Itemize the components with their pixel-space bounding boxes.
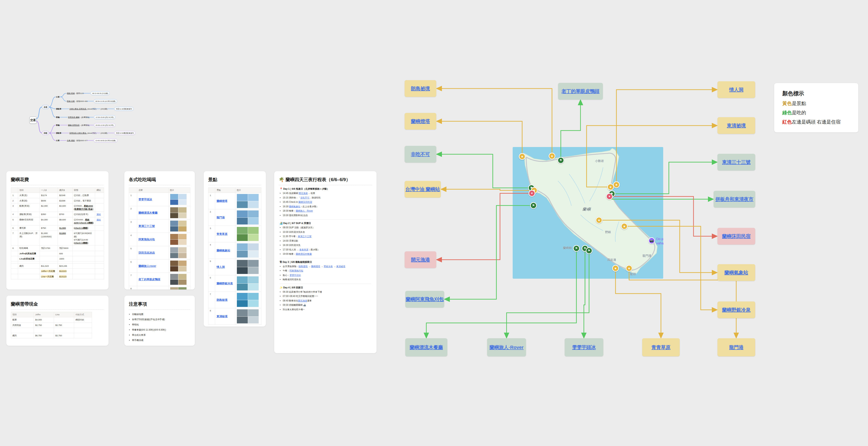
food-name-link[interactable]: 蘭嶼漂流木餐廳 [138,211,158,214]
itinerary-link[interactable]: 東清三十三號 [298,235,311,238]
map-card-food[interactable]: 東清三十三號 [717,154,755,171]
food-flag-marker[interactable]: ⚑ [573,245,580,252]
map-card-spot[interactable]: 蘭嶼野銀冷泉 [717,302,755,318]
mindmap-route-link[interactable]: 台東-桃園 [67,140,75,142]
itinerary-link[interactable]: 非吃不可 [301,197,309,199]
itinerary-link[interactable]: 蘭嶼旅人 · Rover [296,210,313,212]
spot-name-link[interactable]: 情人洞 [217,265,225,269]
itinerary-link[interactable]: 蘭嶼氣象站 [289,205,301,208]
star-marker[interactable]: ★ [612,265,619,272]
map-card-spot[interactable]: 蘭嶼氣象站 [717,264,755,281]
map-card-label[interactable]: 蘭嶼燈塔 [411,118,430,125]
food-flag-marker[interactable]: ⚑ [530,202,537,209]
heart-marker[interactable]: ♥ [528,190,535,197]
itinerary-link[interactable]: 青青草原 [299,248,308,251]
row-number: 5 [209,259,215,275]
expenses-cell-link[interactable]: 連結 [96,213,101,215]
star-marker[interactable]: ★ [549,153,555,160]
expenses-cell: 吃吃喝喝 [18,246,39,251]
map-card-stay[interactable]: 蘭嶼莯田民宿 [717,228,755,245]
map-card-label[interactable]: 老丁的單眼皮鴨頭 [561,88,599,94]
expenses-cell-text: 7 [12,232,13,234]
map-card-spot[interactable]: 青青草原 [642,338,680,356]
spot-name-link[interactable]: 東清秘境 [217,315,227,318]
mindmap-branch-outbound[interactable]: 去程 [42,105,49,109]
itinerary-text: 15:15 買炸物：「 [283,197,301,199]
itinerary-link[interactable]: 蘭嶼漂流木餐廳 [296,253,312,255]
mindmap-route-link[interactable]: 台東火車站-富岡漁港- [69,108,87,110]
map-card-label[interactable]: 東清三十三號 [722,159,751,165]
mindmap-route-link[interactable]: 桃園-樹林 [67,92,75,94]
itinerary-link[interactable]: 開元漁港 [299,192,308,195]
map-card-label[interactable]: 青青草原 [651,344,671,350]
spot-name-link[interactable]: 蘭嶼燈塔 [217,199,227,203]
spot-name-link[interactable]: 蘭嶼氣象站 [217,249,230,252]
map-card-label[interactable]: 蘭嶼野銀冷泉 [722,307,751,313]
map-card-spot[interactable]: 蘭嶼燈塔 [405,113,436,130]
map-card-port[interactable]: 開元漁港 [405,251,436,268]
itinerary-link[interactable]: 東清祕境 [336,265,345,268]
map-card-spot[interactable]: 朗島祕境 [405,80,436,97]
map-card-food[interactable]: 蘭嶼阿東飛魚刈包 [405,291,444,308]
map-canvas[interactable] [513,147,663,279]
itinerary-link[interactable]: 阿東飛魚刈包 [289,269,303,272]
mindmap-route-link[interactable]: 富岡漁港-蘭嶼 [68,116,80,118]
itinerary-link[interactable]: 蘭嶼莯田民宿 [299,201,312,203]
map-card-label[interactable]: 拼板舟和東清夜市 [715,196,753,202]
food-name-link[interactable]: 東清三十三號 [138,225,155,228]
itinerary-link[interactable]: 雯雯芋頭冰 [289,274,301,276]
spot-name-link[interactable]: 朗島秘境 [217,298,227,302]
mindmap-route-link[interactable]: 樹林-台東 [67,100,75,102]
food-name-link[interactable]: 雯雯芋頭冰 [138,198,152,201]
itinerary-link[interactable]: 朗島密境 [299,265,308,268]
mindmap-branch-return[interactable]: 回程 [42,131,49,135]
map-card-spot[interactable]: 東清祕境 [717,117,755,134]
food-name-link[interactable]: 蘭嶼旅人rover [138,265,156,268]
map-card-label[interactable]: 蘭嶼阿東飛魚刈包 [406,296,444,302]
spot-name-link[interactable]: 龍門港 [217,216,225,219]
food-name-link[interactable]: 老丁的單眼皮鴨頭 [138,278,160,281]
spot-name-link[interactable]: 蘭嶼野銀冷泉 [217,282,233,285]
map-card-label[interactable]: 東清祕境 [727,123,746,129]
map-card-spot[interactable]: 龍門港 [717,338,755,356]
food-name-link[interactable]: 莯田涼品冰品 [138,251,155,254]
star-marker[interactable]: ★ [613,181,620,188]
map-card-label[interactable]: 蘭嶼莯田民宿 [722,233,751,239]
map-card-label[interactable]: 開元漁港 [411,256,430,263]
food-name-link[interactable]: 阿東飛魚刈包 [138,238,155,241]
map-card-food[interactable]: 非吃不可 [405,146,436,163]
map-card-label[interactable]: 蘭嶼氣象站 [724,269,748,276]
map-card-label[interactable]: 龍門港 [729,344,743,350]
map-card-label[interactable]: 非吃不可 [411,151,430,158]
itinerary-link[interactable]: 開元漁港 [298,300,307,302]
food-flag-marker[interactable]: ⚑ [586,247,592,254]
map-card-food[interactable]: 雯雯芋頭冰 [565,338,603,356]
map-card-label[interactable]: 朗島祕境 [411,85,430,92]
star-marker[interactable]: ★ [596,217,602,224]
map-card-label[interactable]: 台灣中油 蘭嶼站 [405,186,440,193]
star-marker[interactable]: ★ [626,265,632,272]
map-card-food[interactable]: 老丁的單眼皮鴨頭 [558,83,603,100]
expenses-cell-link[interactable]: 連結 [96,218,101,221]
heart-marker[interactable]: ♥ [606,193,613,200]
food-flag-marker[interactable]: ⚑ [557,157,564,164]
map-card-label[interactable]: 雯雯芋頭冰 [572,344,596,350]
map-card-label[interactable]: 蘭嶼漂流木餐廳 [410,344,443,350]
map-card-food[interactable]: 拼板舟和東清夜市 [714,191,755,208]
map-card-label[interactable]: 蘭嶼旅人·Rover [490,344,524,350]
map-card-label[interactable]: 情人洞 [729,87,743,93]
map-card-food[interactable]: 蘭嶼旅人·Rover [487,338,526,356]
map-card-spot[interactable]: 情人洞 [717,81,755,98]
mindmap-root-node[interactable]: 交通 [29,116,37,124]
map-card-food[interactable]: 蘭嶼漂流木餐廳 [405,338,447,356]
star-marker[interactable]: ★ [519,153,526,160]
itinerary-link[interactable]: 蘭嶼燈塔 [311,265,320,268]
mindmap-route-link[interactable]: 富岡漁港-台東火車站- [69,132,87,134]
row-number: 8 [209,308,215,325]
camera-marker[interactable]: 📷 [648,237,655,244]
star-marker[interactable]: ★ [621,223,628,230]
itinerary-link[interactable]: 野銀冷泉 [324,265,333,268]
mindmap-route-link[interactable]: 蘭嶼-富岡漁港 [68,124,80,126]
map-card-spot[interactable]: 台灣中油 蘭嶼站 [405,181,441,198]
spot-name-link[interactable]: 青青草原 [217,232,227,236]
